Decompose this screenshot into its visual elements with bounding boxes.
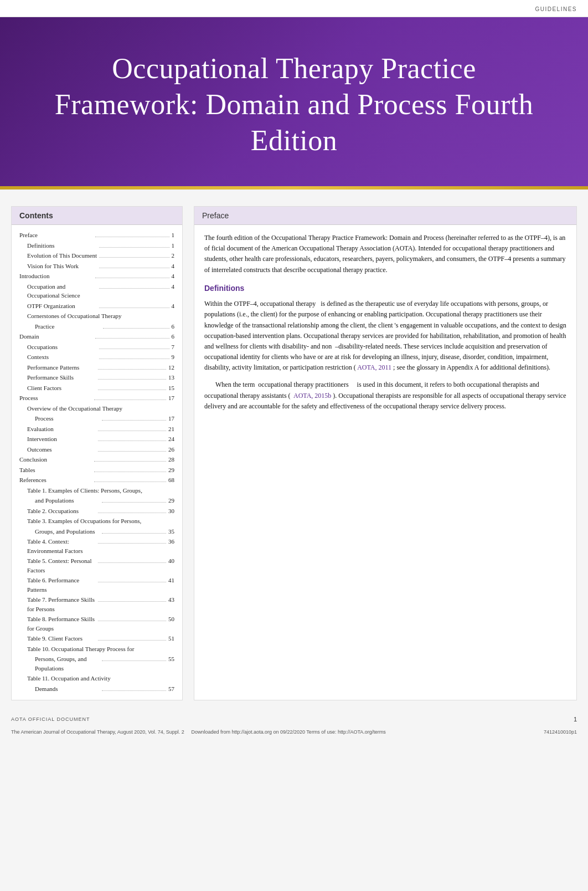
definitions-heading: Definitions (204, 282, 566, 294)
toc-item-number: 6 (172, 332, 175, 341)
toc-item: Table 10. Occupational Therapy Process f… (19, 644, 174, 654)
toc-item-text: Process (19, 414, 100, 423)
toc-item-dots (99, 288, 169, 289)
toc-item-text: Evolution of This Document (19, 251, 97, 260)
toc-item-text: Table 8. Performance Skills for Groups (19, 615, 96, 633)
toc-item-number: 57 (168, 684, 174, 694)
journal-line: The American Journal of Occupational The… (0, 727, 588, 737)
toc-item-text: Tables (19, 465, 92, 475)
toc-item: Occupation and Occupational Science4 (19, 282, 174, 300)
toc-item: Process17 (19, 393, 174, 403)
toc-item-dots (98, 562, 167, 563)
toc-item-text: Table 1. Examples of Clients: Persons, G… (19, 486, 174, 495)
spacer (0, 190, 588, 206)
toc-item-dots (102, 420, 167, 421)
toc-body: Preface1Definitions1Evolution of This Do… (12, 225, 182, 700)
toc-item-text: Table 6. Performance Patterns (19, 576, 96, 594)
toc-item-dots (102, 502, 167, 503)
toc-item: Table 11. Occupation and Activity (19, 674, 174, 683)
toc-item: Table 8. Performance Skills for Groups50 (19, 615, 174, 633)
toc-item-text: Table 9. Client Factors (19, 634, 96, 643)
toc-item-text: Process (19, 393, 92, 403)
toc-item-number: 7 (172, 342, 175, 352)
toc-item-dots (99, 257, 169, 258)
toc-item-number: 1 (172, 241, 175, 250)
toc-item-dots (94, 400, 167, 400)
toc-item-dots (98, 369, 167, 370)
toc-item-number: 17 (168, 414, 174, 423)
preface-body: The fourth edition of the Occupational T… (194, 225, 576, 426)
aota2011-link[interactable]: AOTA, 2011 (357, 363, 391, 371)
toc-item-text: OTPF Organization (19, 301, 97, 311)
toc-item: and Populations29 (19, 496, 174, 505)
toc-item-dots (94, 472, 167, 472)
toc-item: Table 6. Performance Patterns41 (19, 576, 174, 594)
main-content: Contents Preface1Definitions1Evolution o… (0, 206, 588, 700)
toc-item-text: Domain (19, 332, 93, 341)
toc-item-number: 35 (168, 527, 174, 536)
toc-item-text: Vision for This Work (19, 262, 97, 271)
journal-info-left: The American Journal of Occupational The… (11, 729, 386, 735)
toc-item-text: Table 10. Occupational Therapy Process f… (19, 644, 174, 654)
toc-item: Occupations7 (19, 342, 174, 352)
toc-item-number: 26 (168, 445, 174, 454)
toc-item-text: Table 11. Occupation and Activity (19, 674, 174, 683)
toc-item: Tables29 (19, 465, 174, 475)
toc-item-dots (98, 379, 167, 380)
toc-item-dots (98, 513, 167, 513)
toc-item-text: Groups, and Populations (19, 527, 100, 536)
toc-item-text: Cornerstones of Occupational Therapy (19, 311, 174, 321)
toc-item-number: 40 (168, 556, 174, 566)
toc-item-number: 1 (172, 231, 175, 240)
toc-item-number: 13 (168, 373, 174, 382)
toc-item-text: Occupations (19, 342, 97, 352)
preface-panel: Preface The fourth edition of the Occupa… (194, 206, 577, 700)
toc-item-number: 12 (168, 363, 174, 372)
toc-item: Table 4. Context: Environmental Factors3… (19, 537, 174, 555)
toc-item-number: 55 (168, 654, 174, 664)
toc-item-text: Evaluation (19, 424, 96, 434)
toc-item: Client Factors15 (19, 383, 174, 393)
footer: AOTA OFFICIAL DOCUMENT 1 (0, 711, 588, 727)
toc-item-number: 21 (168, 424, 174, 434)
toc-item-text: Preface (19, 231, 93, 240)
toc-item-dots (99, 349, 169, 349)
toc-item: Performance Skills13 (19, 373, 174, 382)
toc-item-text: Demands (19, 684, 100, 694)
toc-item-text: Table 5. Context: Personal Factors (19, 556, 96, 575)
toc-item-text: Practice (19, 322, 101, 331)
toc-item: Table 2. Occupations30 (19, 506, 174, 516)
toc-item: Vision for This Work4 (19, 262, 174, 271)
top-bar: GUIDELINES (0, 0, 588, 17)
toc-item-dots (98, 601, 167, 602)
toc-item: Evaluation21 (19, 424, 174, 434)
toc-item-dots (98, 543, 167, 544)
toc-item-dots (98, 451, 167, 452)
toc-item-number: 15 (168, 383, 174, 393)
toc-item: Contexts9 (19, 352, 174, 362)
footer-left-label: AOTA OFFICIAL DOCUMENT (11, 716, 90, 722)
toc-item-number: 41 (168, 576, 174, 585)
header-section: Occupational Therapy Practice Framework:… (0, 17, 588, 186)
toc-item-number: 29 (168, 465, 174, 475)
toc-item-dots (98, 431, 167, 431)
journal-info-right: 7412410010p1 (544, 729, 577, 735)
toc-item: Overview of the Occupational Therapy (19, 404, 174, 413)
preface-paragraph3: When the term occupational therapy pract… (204, 380, 566, 412)
footer-page-number: 1 (574, 716, 577, 723)
toc-item-text: Table 4. Context: Environmental Factors (19, 537, 96, 555)
contents-heading: Contents (12, 207, 182, 225)
toc-item: Persons, Groups, and Populations55 (19, 654, 174, 673)
toc-item-number: 43 (168, 595, 174, 605)
contents-panel: Contents Preface1Definitions1Evolution o… (11, 206, 183, 700)
preface-heading: Preface (194, 207, 576, 225)
toc-item-dots (95, 278, 169, 278)
toc-item: Table 3. Examples of Occupations for Per… (19, 516, 174, 526)
toc-item-number: 4 (172, 282, 175, 291)
toc-item-number: 29 (168, 496, 174, 505)
toc-item: References68 (19, 475, 174, 485)
aota2015b-link[interactable]: AOTA, 2015b (293, 392, 331, 400)
toc-item-dots (95, 237, 169, 237)
preface-paragraph2: Within the OTPF–4, occupational therapy … (204, 299, 566, 373)
toc-item-dots (99, 359, 169, 359)
